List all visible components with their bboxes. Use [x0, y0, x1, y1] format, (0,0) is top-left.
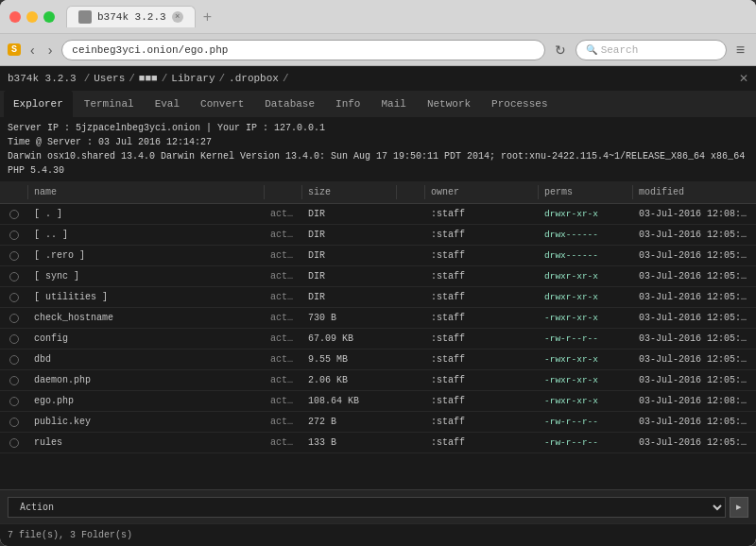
tab-mail[interactable]: Mail [371, 91, 415, 117]
app-close-button[interactable]: ✕ [739, 72, 748, 85]
row-owner-2: :staff [425, 246, 539, 265]
tab-close-button[interactable]: × [172, 11, 183, 23]
table-row[interactable]: daemon.php action 2.06 KB :staff -rwxr-x… [0, 370, 756, 391]
row-size-11: 133 B [302, 433, 397, 452]
row-perms-7: -rwxr-xr-x [539, 350, 633, 369]
tab-favicon [78, 10, 92, 24]
row-owner-0: :staff [425, 204, 539, 224]
server-info-line-2: Time @ Server : 03 Jul 2016 12:14:27 [8, 135, 748, 149]
forward-button[interactable]: › [44, 41, 57, 60]
server-info-line-1: Server IP : 5jzpacelnbeg3yci.onion | You… [8, 121, 748, 135]
breadcrumb-users: Users [94, 73, 125, 84]
row-name-6: config [28, 329, 265, 349]
table-body: [ . ] action DIR :staff drwxr-xr-x 03-Ju… [0, 204, 756, 489]
row-action-8[interactable]: action [265, 370, 302, 390]
tab-network[interactable]: Network [418, 91, 480, 117]
row-size-1: DIR [302, 225, 397, 245]
table-row[interactable]: public.key action 272 B :staff -rw-r--r-… [0, 412, 756, 433]
row-action-6[interactable]: action [265, 329, 302, 349]
row-name-5: check_hostname [28, 308, 265, 328]
new-tab-button[interactable]: + [199, 9, 215, 26]
row-name-1: [ .. ] [28, 225, 265, 245]
row-perms-6: -rw-r--r-- [539, 329, 633, 349]
row-date-3: 03-Jul-2016 12:05:13 [633, 266, 756, 286]
minimize-button[interactable] [26, 11, 38, 23]
row-radio-10[interactable] [0, 413, 28, 432]
radio-icon [9, 397, 19, 406]
th-name: name [28, 185, 265, 199]
tab-processes[interactable]: Processes [482, 91, 557, 117]
row-action-10[interactable]: action [265, 412, 302, 432]
action-go-button[interactable]: ▸ [730, 497, 748, 518]
breadcrumb: / Users / ■■■ / Library / .dropbox / [84, 73, 289, 84]
row-radio-9[interactable] [0, 392, 28, 411]
reload-button[interactable]: ↻ [551, 41, 570, 60]
row-date-7: 03-Jul-2016 12:05:13 [633, 350, 756, 369]
row-radio-2[interactable] [0, 247, 28, 265]
search-bar[interactable]: 🔍 Search [576, 40, 727, 60]
row-name-4: [ utilities ] [28, 287, 265, 307]
row-perms-1: drwx------ [539, 225, 633, 245]
tab-info[interactable]: Info [326, 91, 369, 117]
row-radio-6[interactable] [0, 330, 28, 349]
row-action-5[interactable]: action [265, 308, 302, 328]
status-bar: 7 file(s), 3 Folder(s) [0, 523, 756, 546]
row-radio-4[interactable] [0, 288, 28, 307]
app-header: b374k 3.2.3 / Users / ■■■ / Library / .d… [0, 66, 756, 91]
maximize-button[interactable] [43, 11, 55, 23]
row-perms-2: drwx------ [539, 246, 633, 265]
tab-explorer[interactable]: Explorer [4, 91, 73, 117]
table-header: name size owner perms modified [0, 181, 756, 204]
table-row[interactable]: rules action 133 B :staff -rw-r--r-- 03-… [0, 433, 756, 453]
tab-convert[interactable]: Convert [191, 91, 253, 117]
row-action-11[interactable]: action [265, 433, 302, 452]
tab-database[interactable]: Database [255, 91, 324, 117]
server-info-panel: Server IP : 5jzpacelnbeg3yci.onion | You… [0, 117, 756, 181]
status-text: 7 file(s), 3 Folder(s) [8, 530, 132, 540]
row-size-7: 9.55 MB [302, 350, 397, 369]
row-radio-8[interactable] [0, 371, 28, 390]
address-bar[interactable]: ceinbeg3yci.onion/ego.php [61, 40, 544, 60]
row-radio-5[interactable] [0, 309, 28, 328]
table-row[interactable]: [ utilities ] action DIR :staff drwxr-xr… [0, 287, 756, 308]
row-owner-10: :staff [425, 412, 539, 432]
close-button[interactable] [9, 11, 21, 23]
table-row[interactable]: dbd action 9.55 MB :staff -rwxr-xr-x 03-… [0, 350, 756, 370]
row-owner-9: :staff [425, 391, 539, 411]
table-row[interactable]: [ sync ] action DIR :staff drwxr-xr-x 03… [0, 266, 756, 287]
row-perms-3: drwxr-xr-x [539, 266, 633, 286]
back-button[interactable]: ‹ [26, 41, 39, 60]
table-row[interactable]: ego.php action 108.64 KB :staff -rwxr-xr… [0, 391, 756, 412]
row-action-9[interactable]: action [265, 391, 302, 411]
s-badge: S [8, 43, 21, 56]
browser-menu-button[interactable]: ≡ [732, 40, 748, 60]
row-action-7[interactable]: action [265, 350, 302, 369]
row-action-0[interactable]: action [265, 204, 302, 224]
row-action-3[interactable]: action [265, 266, 302, 286]
row-radio-7[interactable] [0, 350, 28, 369]
row-size-3: DIR [302, 266, 397, 286]
row-name-7: dbd [28, 350, 265, 369]
row-radio-11[interactable] [0, 434, 28, 452]
row-radio-1[interactable] [0, 226, 28, 245]
row-radio-0[interactable] [0, 205, 28, 224]
tab-terminal[interactable]: Terminal [75, 91, 144, 117]
row-date-8: 03-Jul-2016 12:05:13 [633, 370, 756, 390]
row-date-1: 03-Jul-2016 12:05:13 [633, 225, 756, 245]
row-action-1[interactable]: action [265, 225, 302, 245]
table-row[interactable]: [ .rero ] action DIR :staff drwx------ 0… [0, 246, 756, 266]
action-select[interactable]: Action [8, 497, 726, 518]
radio-icon [9, 334, 19, 344]
search-placeholder: Search [601, 44, 639, 56]
table-row[interactable]: [ .. ] action DIR :staff drwx------ 03-J… [0, 225, 756, 246]
table-row[interactable]: [ . ] action DIR :staff drwxr-xr-x 03-Ju… [0, 204, 756, 225]
tab-eval[interactable]: Eval [146, 91, 189, 117]
row-action-4[interactable]: action [265, 287, 302, 307]
row-date-11: 03-Jul-2016 12:05:13 [633, 433, 756, 452]
browser-tab[interactable]: b374k 3.2.3 × [66, 6, 196, 27]
row-action-2[interactable]: action [265, 246, 302, 265]
table-row[interactable]: check_hostname action 730 B :staff -rwxr… [0, 308, 756, 329]
row-radio-3[interactable] [0, 267, 28, 286]
table-row[interactable]: config action 67.09 KB :staff -rw-r--r--… [0, 329, 756, 350]
row-size-8: 2.06 KB [302, 370, 397, 390]
